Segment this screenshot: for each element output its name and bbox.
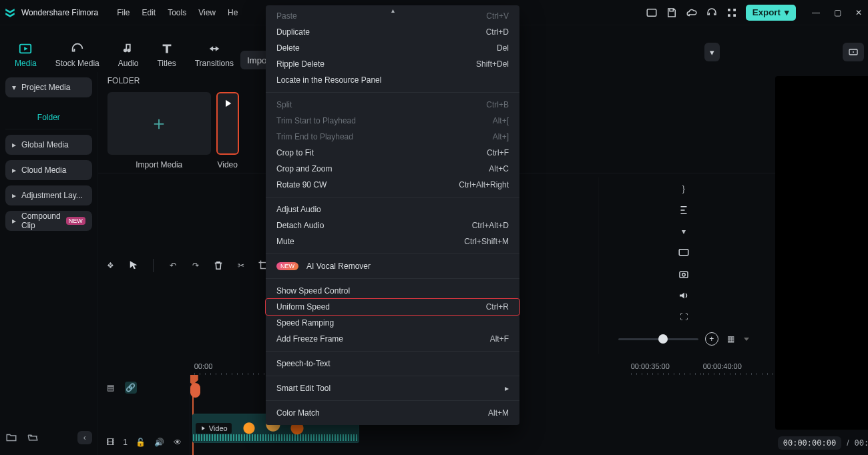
layout-icon[interactable] xyxy=(646,7,658,19)
apps-icon[interactable] xyxy=(726,7,738,19)
menu-item[interactable]: Crop to FitCtrl+F xyxy=(266,145,519,161)
tab-transitions[interactable]: Transitions xyxy=(195,41,234,68)
sidebar-item-cloud-media[interactable]: ▸Cloud Media xyxy=(5,160,92,180)
volume-icon[interactable] xyxy=(678,290,690,302)
menu-separator xyxy=(266,197,519,197)
chevron-down-icon[interactable] xyxy=(744,338,749,341)
magnet-icon[interactable]: ❖ xyxy=(105,260,117,272)
sidebar-item-compound-clip[interactable]: ▸Compound Clip xyxy=(5,211,92,231)
menu-item[interactable]: Ripple DeleteShift+Del xyxy=(266,56,519,72)
trash-icon[interactable] xyxy=(212,260,224,272)
menu-shortcut: Del xyxy=(497,43,509,53)
import-tile[interactable]: ＋ xyxy=(107,92,211,155)
menu-scroll-up-icon[interactable]: ▴ xyxy=(391,7,395,14)
sidebar-label: Global Media xyxy=(21,140,69,149)
film-icon[interactable]: 🎞 xyxy=(105,436,116,448)
timeline-track-header: ▤ 🔗 🎞 1 🔓 🔊 👁 xyxy=(98,375,190,455)
menu-item[interactable]: Smart Edit Tool xyxy=(266,380,519,396)
menu-item[interactable]: Speech-to-Text xyxy=(266,356,519,372)
redo-icon[interactable]: ↷ xyxy=(190,260,202,272)
mute-icon[interactable]: 🔊 xyxy=(154,436,165,448)
menu-view[interactable]: View xyxy=(198,8,216,17)
menu-shortcut: Alt+F xyxy=(490,334,509,344)
sidebar-folder-label[interactable]: Folder xyxy=(5,105,92,129)
zoom-knob[interactable] xyxy=(658,334,668,344)
export-button[interactable]: Export ▾ xyxy=(746,5,796,21)
display-icon[interactable] xyxy=(678,247,690,259)
sidebar-item-adjustment-layer[interactable]: ▸Adjustment Lay... xyxy=(5,185,92,205)
menu-item[interactable]: Locate in the Resource Panel xyxy=(266,72,519,88)
menu-item[interactable]: Crop and ZoomAlt+C xyxy=(266,161,519,177)
strip-icon[interactable]: ▤ xyxy=(105,382,117,394)
menu-label: Add Freeze Frame xyxy=(276,334,343,344)
menu-item[interactable]: Detach AudioCtrl+Alt+D xyxy=(266,217,519,234)
nav-tabs: Media Stock Media Audio Titles Transitio… xyxy=(0,25,240,72)
camera-icon[interactable] xyxy=(678,268,690,280)
zoom-slider[interactable]: + ▦ xyxy=(618,332,749,346)
cloud-icon[interactable] xyxy=(686,7,698,19)
menu-item[interactable]: Show Speed Control xyxy=(266,283,519,299)
menu-item[interactable]: Uniform SpeedCtrl+R xyxy=(266,299,519,315)
pointer-icon[interactable] xyxy=(128,260,140,272)
save-icon[interactable] xyxy=(666,7,678,19)
minimize-icon[interactable]: — xyxy=(811,7,821,18)
collapse-sidebar-icon[interactable]: ‹ xyxy=(77,431,92,444)
link-icon[interactable]: 🔗 xyxy=(125,382,137,394)
support-icon[interactable] xyxy=(706,7,718,19)
thumb-video[interactable]: Video xyxy=(216,92,239,169)
menu-label: Trim Start to Playhead xyxy=(276,116,356,125)
new-badge: NEW xyxy=(276,262,298,270)
menu-item[interactable]: Color MatchAlt+M xyxy=(266,405,519,421)
menu-shortcut: Alt+[ xyxy=(493,116,509,125)
chevron-right-icon: ▸ xyxy=(12,191,16,200)
maximize-icon[interactable]: ▢ xyxy=(832,7,843,18)
preview-dropdown[interactable]: ▾ xyxy=(704,43,720,61)
chevron-down-icon: ▾ xyxy=(785,7,789,17)
tab-media[interactable]: Media xyxy=(15,41,37,68)
grid-icon[interactable]: ▦ xyxy=(725,333,737,345)
menu-item[interactable]: Speed Ramping xyxy=(266,315,519,331)
preview-stage[interactable] xyxy=(775,76,868,430)
snapshot-icon[interactable] xyxy=(843,43,864,61)
titles-icon xyxy=(160,41,174,56)
video-tile[interactable] xyxy=(216,92,239,155)
cut-icon[interactable]: ✂ xyxy=(235,260,247,272)
tab-stock-media[interactable]: Stock Media xyxy=(55,41,99,68)
menu-item[interactable]: DeleteDel xyxy=(266,40,519,56)
menu-item[interactable]: NEWAI Vocal Remover xyxy=(266,258,519,274)
add-marker-icon[interactable]: + xyxy=(705,332,718,346)
close-icon[interactable]: ✕ xyxy=(853,7,864,18)
tab-label: Transitions xyxy=(195,59,234,68)
sidebar-project-media[interactable]: ▾ Project Media xyxy=(5,77,92,97)
media-icon xyxy=(18,41,33,56)
fullscreen-icon[interactable]: ⛶ xyxy=(678,311,690,323)
tab-label: Media xyxy=(15,59,37,68)
menu-item[interactable]: DuplicateCtrl+D xyxy=(266,24,519,40)
marker-icon[interactable]: } xyxy=(678,183,690,195)
preview-timecode-row: 00:00:00:00 / 00:00:24:12 xyxy=(775,430,868,455)
sidebar-bottom: ‹ xyxy=(5,431,92,444)
lock-icon[interactable]: 🔓 xyxy=(136,436,146,448)
menu-label: Smart Edit Tool xyxy=(276,384,331,393)
menu-item[interactable]: Rotate 90 CWCtrl+Alt+Right xyxy=(266,177,519,193)
chevron-down-icon[interactable]: ▾ xyxy=(678,225,690,238)
menu-item: Trim Start to PlayheadAlt+[ xyxy=(266,113,519,129)
menu-edit[interactable]: Edit xyxy=(142,8,156,17)
eye-icon[interactable]: 👁 xyxy=(172,436,183,448)
marker-dot[interactable] xyxy=(190,383,200,398)
menu-file[interactable]: File xyxy=(117,8,130,17)
tab-titles[interactable]: Titles xyxy=(157,41,176,68)
svg-point-7 xyxy=(682,274,685,277)
menu-item[interactable]: Add Freeze FrameAlt+F xyxy=(266,331,519,347)
new-folder-icon[interactable] xyxy=(5,432,17,444)
menu-item[interactable]: Adjust Audio xyxy=(266,201,519,217)
thumb-import[interactable]: ＋ Import Media xyxy=(107,92,211,169)
sidebar-item-global-media[interactable]: ▸Global Media xyxy=(5,135,92,155)
menu-tools[interactable]: Tools xyxy=(168,8,186,17)
undo-icon[interactable]: ↶ xyxy=(167,260,179,272)
align-icon[interactable] xyxy=(678,204,690,216)
tab-audio[interactable]: Audio xyxy=(118,41,139,68)
menu-item[interactable]: MuteCtrl+Shift+M xyxy=(266,234,519,250)
open-folder-icon[interactable] xyxy=(27,432,39,444)
menu-help[interactable]: He xyxy=(228,8,238,17)
